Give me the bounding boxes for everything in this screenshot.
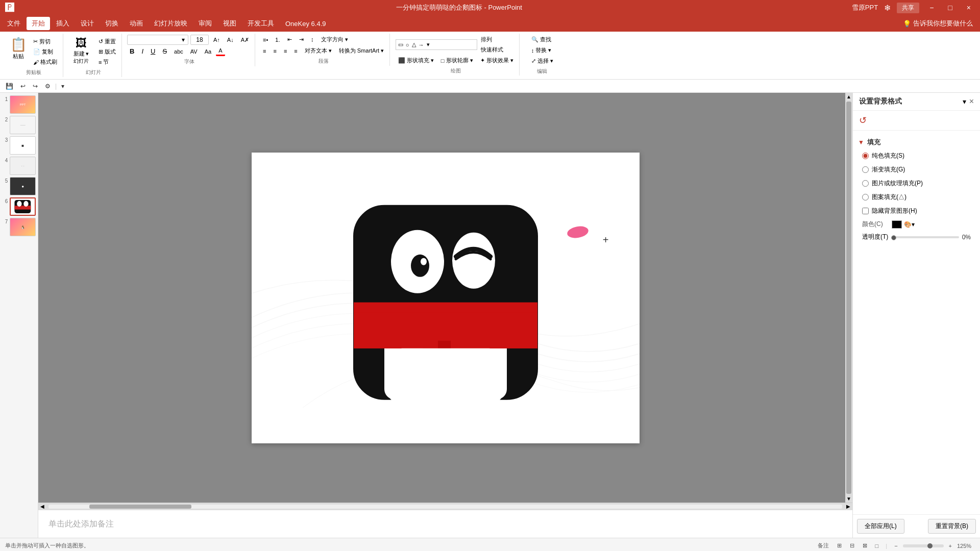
trans-slider[interactable]	[891, 236, 959, 238]
maximize-button[interactable]: □	[944, 3, 956, 13]
menu-transition[interactable]: 切换	[100, 17, 124, 30]
toolbar-more-button[interactable]: ▾	[59, 82, 67, 91]
undo-button[interactable]: ↩	[18, 82, 28, 91]
menu-view[interactable]: 视图	[218, 17, 241, 30]
font-name-selector[interactable]: ▾	[127, 35, 188, 45]
font-size-selector[interactable]: 18	[190, 35, 209, 45]
zoom-in-button[interactable]: +	[946, 542, 955, 550]
canvas-scroll[interactable]: ▲ ▼	[38, 93, 852, 503]
slide-canvas[interactable]: +	[252, 153, 640, 443]
menu-onekey[interactable]: OneKey 6.4.9	[280, 18, 331, 30]
select-button[interactable]: ⤢ 选择▾	[529, 56, 556, 66]
slide-thumb-7[interactable]: 7 🐧	[2, 218, 36, 236]
fill-section-header[interactable]: ▼ 填充	[858, 136, 975, 149]
pattern-fill-radio[interactable]	[862, 194, 869, 201]
underline-button[interactable]: U	[148, 46, 158, 56]
align-right-button[interactable]: ≡	[281, 47, 289, 55]
quick-style-button[interactable]: 快速样式	[478, 45, 506, 55]
reading-view-button[interactable]: □	[872, 542, 882, 550]
scroll-right-button[interactable]: ▶	[844, 503, 852, 510]
picture-fill-option[interactable]: 图片或纹理填充(P)	[858, 177, 975, 190]
paste-button[interactable]: 📋 粘贴	[7, 35, 30, 62]
slide-sorter-button[interactable]: ⊠	[860, 541, 870, 550]
font-color-button[interactable]: A	[216, 46, 225, 56]
pattern-fill-option[interactable]: 图案填充(△)	[858, 190, 975, 204]
justify-button[interactable]: ≡	[291, 47, 300, 55]
scroll-h-track[interactable]	[48, 505, 842, 509]
shape-effect-button[interactable]: ✦ 形状效果▾	[478, 56, 516, 65]
menu-animation[interactable]: 动画	[125, 17, 148, 30]
apply-all-button[interactable]: 全部应用(L)	[857, 519, 904, 534]
layout-button[interactable]: ⊞ 版式	[96, 47, 118, 57]
scroll-thumb[interactable]	[846, 102, 851, 494]
decrease-indent-button[interactable]: ⇤	[285, 35, 295, 44]
increase-font-button[interactable]: A↑	[211, 36, 223, 44]
find-button[interactable]: 🔍 查找	[529, 35, 556, 44]
convert-smartart-button[interactable]: 转换为 SmartArt▾	[336, 46, 386, 56]
solid-fill-radio[interactable]	[862, 153, 869, 159]
solid-fill-option[interactable]: 纯色填充(S)	[858, 149, 975, 163]
shape-more-button[interactable]: ▾	[426, 41, 431, 48]
clear-format-button[interactable]: A✗	[238, 36, 252, 44]
shape-rect-button[interactable]: ▭	[397, 41, 404, 48]
scroll-down-button[interactable]: ▼	[845, 495, 852, 503]
menu-design[interactable]: 设计	[76, 17, 99, 30]
share-button[interactable]: 共享	[897, 3, 919, 13]
picture-fill-radio[interactable]	[862, 180, 869, 187]
slide-thumb-1[interactable]: 1 PPT	[2, 95, 36, 114]
redo-button[interactable]: ↪	[30, 82, 40, 91]
char-spacing-button[interactable]: AV	[188, 47, 200, 56]
align-text-button[interactable]: 对齐文本▾	[302, 46, 334, 56]
format-painter-button[interactable]: 🖌 格式刷	[31, 57, 60, 67]
reset-bg-button[interactable]: 重置背景(B)	[928, 519, 976, 534]
shape-triangle-button[interactable]: △	[411, 41, 417, 48]
copy-button[interactable]: 📄 复制	[31, 47, 60, 57]
zoom-slider[interactable]	[903, 544, 944, 547]
panel-dropdown-icon[interactable]: ▾	[963, 97, 966, 106]
menu-home[interactable]: 开始	[27, 17, 50, 30]
customize-button[interactable]: ⚙	[42, 82, 53, 91]
hide-bg-checkbox[interactable]	[862, 208, 869, 214]
penguin-icon[interactable]	[344, 190, 548, 414]
slide-thumb-2[interactable]: 2 ——	[2, 116, 36, 134]
column-button[interactable]: ⫶	[308, 36, 316, 44]
minimize-button[interactable]: −	[925, 3, 938, 13]
shadow-button[interactable]: abc	[172, 47, 186, 56]
color-picker-icon[interactable]: 🎨▾	[904, 221, 915, 228]
refresh-icon[interactable]: ↺	[859, 115, 867, 126]
replace-button[interactable]: ↕ 替换▾	[529, 45, 556, 55]
menu-slideshow[interactable]: 幻灯片放映	[149, 17, 192, 30]
italic-button[interactable]: I	[139, 46, 146, 56]
arrange-button[interactable]: 排列	[478, 35, 506, 44]
slide-thumb-5[interactable]: 5 ●	[2, 177, 36, 195]
new-slide-button[interactable]: 🖼 新建 ▾ 幻灯片	[68, 35, 94, 67]
normal-view-button[interactable]: ⊞	[834, 541, 845, 550]
notes-area[interactable]: 单击此处添加备注	[38, 510, 852, 538]
shape-fill-button[interactable]: ⬛ 形状填充▾	[396, 56, 436, 65]
bullets-button[interactable]: ≡•	[260, 36, 271, 44]
numbering-button[interactable]: 1.	[273, 36, 282, 44]
save-button[interactable]: 💾	[3, 82, 16, 91]
shape-outline-button[interactable]: □ 形状轮廓▾	[438, 56, 476, 65]
zoom-out-button[interactable]: −	[891, 542, 900, 550]
bold-button[interactable]: B	[127, 46, 137, 56]
slide-thumb-6[interactable]: 6	[2, 197, 36, 216]
scroll-h-thumb[interactable]	[89, 505, 191, 509]
reset-button[interactable]: ↺ 重置	[96, 37, 118, 46]
scroll-up-button[interactable]: ▲	[845, 93, 852, 101]
align-left-button[interactable]: ≡	[260, 47, 268, 55]
increase-indent-button[interactable]: ⇥	[297, 35, 306, 44]
cut-button[interactable]: ✂ 剪切	[31, 37, 60, 46]
shape-circle-button[interactable]: ○	[405, 41, 410, 48]
case-button[interactable]: Aa	[202, 47, 214, 56]
strikethrough-button[interactable]: S	[160, 46, 169, 56]
decrease-font-button[interactable]: A↓	[225, 36, 236, 44]
menu-insert[interactable]: 插入	[51, 17, 75, 30]
shape-arrow-button[interactable]: →	[418, 41, 425, 48]
close-button[interactable]: ×	[963, 3, 975, 13]
text-direction-button[interactable]: 文字方向▾	[318, 35, 351, 44]
scroll-left-button[interactable]: ◀	[38, 503, 46, 510]
menu-devtools[interactable]: 开发工具	[242, 17, 279, 30]
menu-search[interactable]: 💡 告诉我你想要做什么	[898, 17, 978, 30]
menu-review[interactable]: 审阅	[193, 17, 217, 30]
